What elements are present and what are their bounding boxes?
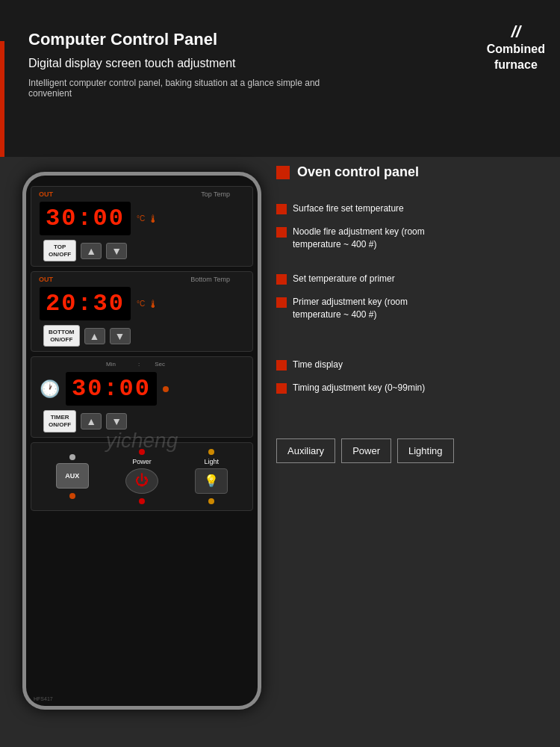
thermometer-icon-top: 🌡 (148, 213, 158, 225)
header-section: Computer Control Panel Digital display s… (0, 0, 560, 164)
bottom-up-arrow[interactable]: ▲ (84, 328, 105, 344)
out-label-bottom: OUT (39, 276, 53, 283)
timer-down-arrow[interactable]: ▼ (106, 413, 127, 430)
ann-text-6: Timing adjustment key (0~99min) (293, 382, 425, 394)
model-number: HFS417 (34, 696, 53, 701)
bottom-onoff-button[interactable]: BOTTOMON/OFF (43, 325, 80, 347)
ann-text-2: Noodle fire adjustment key (room tempera… (293, 226, 442, 251)
power-dot-indicator (139, 449, 145, 455)
timer-section: Min : Sec 🕐 30:00 TIMERON/OFF ▲ ▼ (31, 356, 253, 437)
oven-red-square (276, 166, 290, 179)
ann-square-5 (276, 360, 287, 371)
brand-name: Combinedfurnace (487, 42, 545, 73)
auxiliary-badge: Auxiliary (276, 438, 335, 463)
light-dot-indicator (208, 449, 214, 455)
light-button[interactable]: 💡 (195, 468, 228, 494)
out-label-top: OUT (39, 190, 53, 198)
light-bottom-indicator (208, 498, 214, 504)
oven-panel-label-row: Oven control panel (276, 164, 553, 180)
lightbulb-icon: 💡 (204, 474, 219, 488)
timer-up-arrow[interactable]: ▲ (81, 413, 102, 430)
power-item: Power ⏻ (125, 449, 158, 504)
ann-square-1 (276, 204, 287, 214)
power-icon: ⏻ (135, 473, 149, 489)
colon-sep: : (138, 361, 140, 368)
bottom-temp-value: 20:30 (46, 290, 125, 317)
ann-square-3 (276, 274, 287, 285)
top-temp-display: 30:00 (40, 202, 131, 235)
header-subtitle: Digital display screen touch adjustment (28, 55, 252, 72)
clock-icon: 🕐 (40, 379, 60, 399)
annotations-list: Surface fire set temperature Noodle fire… (276, 202, 553, 394)
timer-value: 30:00 (72, 375, 151, 403)
annotation-timing-adj: Timing adjustment key (0~99min) (276, 382, 553, 394)
top-onoff-button[interactable]: TOPON/OFF (43, 240, 76, 261)
header-description: Intelligent computer control panel, baki… (28, 78, 327, 99)
top-unit: °C (137, 214, 145, 223)
lighting-badge: Lighting (397, 438, 454, 463)
control-panel-device: yicheng OUT Top Temp 30:00 °C 🌡 TOPON/OF… (22, 172, 261, 710)
aux-item: AUX (56, 454, 89, 499)
annotations-panel: Oven control panel Surface fire set temp… (276, 164, 553, 478)
ann-square-2 (276, 227, 287, 238)
bottom-down-arrow[interactable]: ▼ (110, 328, 131, 344)
main-content-area: yicheng OUT Top Temp 30:00 °C 🌡 TOPON/OF… (0, 157, 560, 747)
page-title: Computer Control Panel (28, 30, 545, 49)
bottom-temp-label: Bottom Temp (190, 276, 230, 283)
ann-square-6 (276, 383, 287, 394)
red-accent-bar (0, 41, 4, 161)
timer-onoff-button[interactable]: TIMERON/OFF (43, 410, 76, 432)
bottom-unit: °C (137, 300, 145, 308)
light-item: Light 💡 (195, 449, 228, 504)
top-up-arrow[interactable]: ▲ (81, 243, 102, 259)
aux-button[interactable]: AUX (56, 463, 89, 489)
top-temp-label: Top Temp (201, 190, 230, 198)
power-label: Power (132, 458, 152, 465)
timer-indicator (163, 386, 169, 392)
power-bottom-indicator (139, 498, 145, 504)
power-button[interactable]: ⏻ (125, 468, 158, 494)
aux-bottom-indicator (69, 493, 75, 499)
min-sec-labels: Min : Sec (106, 361, 165, 368)
annotation-primer-temp: Set temperature of primer (276, 273, 553, 285)
annotation-primer-adj: Primer adjustment key (room temperature … (276, 296, 553, 321)
annotation-surface-fire: Surface fire set temperature (276, 202, 553, 215)
thermometer-icon-bottom: 🌡 (148, 298, 158, 310)
annotation-noodle-fire: Noodle fire adjustment key (room tempera… (276, 226, 553, 251)
power-badge: Power (341, 438, 391, 463)
light-label: Light (205, 458, 220, 465)
aux-section: AUX Power ⏻ Light (31, 442, 253, 511)
ann-text-1: Surface fire set temperature (293, 202, 404, 215)
ann-text-5: Time display (293, 359, 343, 371)
bottom-badges-row: Auxiliary Power Lighting (276, 438, 553, 463)
sec-label: Sec (155, 361, 165, 368)
top-temp-value: 30:00 (46, 205, 125, 232)
ann-text-4: Primer adjustment key (room temperature … (293, 296, 442, 321)
timer-display: 30:00 (66, 372, 157, 406)
ann-text-3: Set temperature of primer (293, 273, 395, 285)
panel-inner: yicheng OUT Top Temp 30:00 °C 🌡 TOPON/OF… (26, 176, 258, 706)
top-down-arrow[interactable]: ▼ (106, 243, 127, 259)
quote-icon: // (487, 22, 545, 42)
oven-panel-label: Oven control panel (297, 164, 419, 180)
ann-square-4 (276, 297, 287, 308)
min-label: Min (106, 361, 116, 368)
annotation-time-display: Time display (276, 359, 553, 371)
bottom-temp-section: OUT Bottom Temp 20:30 °C 🌡 BOTTOMON/OFF … (31, 271, 253, 352)
brand-badge: // Combinedfurnace (487, 22, 545, 73)
top-temp-section: OUT Top Temp 30:00 °C 🌡 TOPON/OFF ▲ ▼ (31, 186, 253, 267)
bottom-temp-display: 20:30 (40, 287, 131, 320)
aux-dot-indicator (69, 454, 75, 460)
